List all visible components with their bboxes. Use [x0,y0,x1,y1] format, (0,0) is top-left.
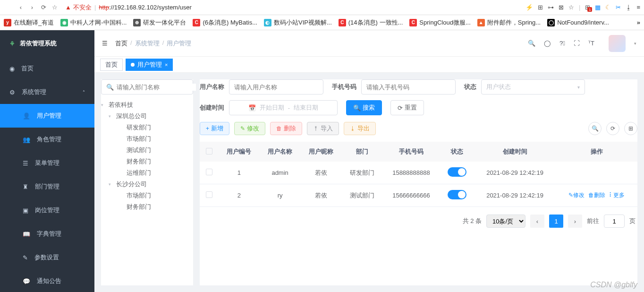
search-icon[interactable]: 🔍 [528,40,535,47]
help-icon[interactable]: ?⃝ [559,40,565,47]
bookmark-item[interactable]: ▲附件邮件，Spring... [477,18,541,27]
back-button[interactable]: ‹ [16,3,25,12]
tree-node[interactable]: ▾长沙分公司 [101,179,193,190]
date-end: 结束日期 [294,103,318,112]
goto-input[interactable] [604,215,625,228]
refresh-icon[interactable]: ⟳ [606,122,619,135]
crumb-user: 用户管理 [167,39,191,48]
close-icon[interactable]: × [165,62,168,68]
toggle-search-icon[interactable]: 🔍 [588,122,602,135]
bolt-icon[interactable]: ⚡ [525,4,533,11]
row-checkbox[interactable] [206,169,212,175]
address-bar[interactable]: ▲不安全 | http://192.168.92.102/system/user [65,3,524,12]
dept-search[interactable]: 🔍 [101,79,193,94]
tree-node[interactable]: 市场部门 [101,133,193,145]
qr-icon[interactable]: ⊞ [538,4,543,11]
sidebar-item[interactable]: ☰菜单管理 [0,151,94,175]
avatar[interactable] [609,35,626,52]
moon-icon[interactable]: ☾ [605,4,611,11]
bookmarks-overflow[interactable]: » [637,19,640,26]
bookmark-item[interactable]: ◉中科人才网-中国科... [60,18,127,27]
date-range[interactable]: 📅 开始日期 - 结束日期 [229,100,338,115]
scissors-icon[interactable]: ✂ [616,4,621,11]
extension-icon[interactable]: ⊞ [585,4,590,11]
bookmark-item[interactable]: y在线翻译_有道 [4,18,54,27]
row-delete[interactable]: 🗑删除 [588,191,605,199]
apps-icon[interactable]: ▦ [595,4,601,11]
tree-node[interactable]: 财务部门 [101,156,193,167]
topbar: ☰ 首页 / 系统管理 / 用户管理 🔍 ◯ ?⃝ ⛶ ᵀT ▾ [94,30,644,57]
bookmark-item[interactable]: C(6条消息) MyBatis... [193,18,257,27]
bookmark-item[interactable]: ◯NotFound9/interv... [547,18,609,27]
sidebar-item[interactable]: ◉首页 [0,57,94,80]
tree-node[interactable]: 市场部门 [101,190,193,201]
tree-node[interactable]: 运维部门 [101,167,193,179]
insecure-label: 不安全 [73,3,92,12]
next-page[interactable]: › [568,215,582,228]
app-name: 若依管理系统 [20,39,57,48]
bookmark-item[interactable]: C(14条消息) 一致性... [339,18,403,27]
page-1[interactable]: 1 [549,215,563,228]
import-button[interactable]: ⭱ 导入 [307,122,339,135]
col-header: 用户名称 [260,142,301,162]
avatar-dropdown-icon[interactable]: ▾ [634,41,636,46]
sidebar-item[interactable]: 👥角色管理 [0,128,94,151]
crumb-home[interactable]: 首页 [115,39,127,48]
status-switch[interactable] [448,190,466,199]
delete-button[interactable]: 🗑 删除 [270,122,302,135]
bookmark-item[interactable]: CSpringCloud微服... [409,18,470,27]
status-select[interactable]: 用户状态 ▾ [481,79,585,94]
status-switch[interactable] [448,167,466,177]
tree-node[interactable]: ▾深圳总公司 [101,111,193,122]
row-more[interactable]: ⠇更多 [609,191,625,199]
hamburger-icon[interactable]: ☰ [102,40,108,47]
menu-icon: ▣ [23,207,28,214]
tree-node[interactable]: 测试部门 [101,145,193,156]
reset-button[interactable]: ⟳ 重置 [390,100,424,115]
menu-icon: 📖 [23,231,30,238]
sidebar-item[interactable]: ▣岗位管理 [0,198,94,222]
search-button[interactable]: 🔍 搜索 [346,100,382,115]
bookmark-star-icon[interactable]: ☆ [568,4,574,11]
sidebar-item[interactable]: ⚙系统管理˄ [0,80,94,104]
sidebar-item[interactable]: ✎参数设置 [0,246,94,269]
tree-node[interactable]: ▾若依科技 [101,99,193,111]
github-icon[interactable]: ◯ [544,40,551,47]
sidebar-item[interactable]: ♜部门管理 [0,175,94,198]
menu-icon[interactable]: ≡ [636,4,640,11]
page-size-select[interactable]: 10条/页 [486,215,525,228]
sidebar-item[interactable]: 📖字典管理 [0,222,94,246]
sidebar-item[interactable]: 💬通知公告 [0,269,94,292]
forward-button[interactable]: › [27,3,37,12]
download-icon[interactable]: ⭳ [626,4,632,11]
prev-page[interactable]: ‹ [530,215,544,228]
menu-icon: 💬 [23,278,30,285]
select-all-checkbox[interactable] [206,148,212,155]
add-button[interactable]: + 新增 [200,122,229,135]
username-input[interactable] [229,79,323,94]
tree-node[interactable]: 研发部门 [101,122,193,133]
bookmark-item[interactable]: ◐数码小站VIP视频解... [264,18,332,27]
bookmark-item[interactable]: ⊕研发一体化平台 [133,18,186,27]
translate-icon[interactable]: ⊠ [559,4,564,11]
edit-button[interactable]: ✎ 修改 [234,122,265,135]
menu-icon: 👤 [23,112,30,120]
col-header: 操作 [556,142,637,162]
font-size-icon[interactable]: ᵀT [588,40,594,47]
reload-button[interactable]: ⟳ [39,3,48,12]
star-icon[interactable]: ☆ [50,3,59,12]
phone-input[interactable] [361,79,456,94]
key-icon[interactable]: ⊶ [548,4,554,11]
col-header: 用户昵称 [301,142,342,162]
sidebar-item[interactable]: 👤用户管理 [0,104,94,128]
dept-search-input[interactable] [117,84,196,91]
status-label: 状态 [464,83,476,91]
row-checkbox[interactable] [206,191,212,198]
row-edit[interactable]: ✎修改 [568,191,585,199]
tab[interactable]: 用户管理× [126,59,173,71]
tree-node[interactable]: 财务部门 [101,201,193,213]
columns-icon[interactable]: ⊞ [624,122,637,135]
tab[interactable]: 首页 [100,59,123,71]
fullscreen-icon[interactable]: ⛶ [574,40,580,47]
export-button[interactable]: ⭳ 导出 [344,122,376,135]
